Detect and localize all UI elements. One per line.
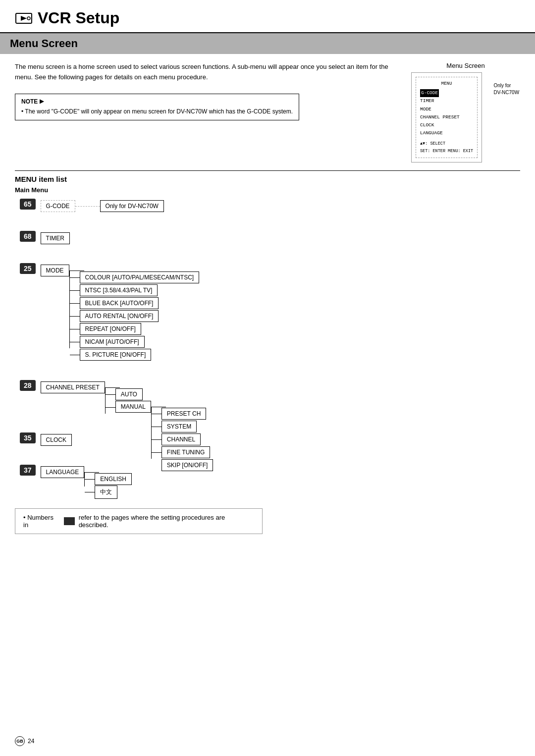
conn-h bbox=[106, 407, 115, 408]
node-timer: TIMER bbox=[41, 232, 70, 244]
page-number: 24 bbox=[28, 738, 34, 745]
menu-screen-label: Menu Screen bbox=[411, 62, 520, 69]
menu-screen-diagram-col: Menu Screen MENU G-CODE TIMER MODE CHANN… bbox=[411, 62, 520, 162]
svg-marker-1 bbox=[21, 16, 27, 21]
gb-circle: GB bbox=[15, 736, 25, 746]
menu-highlighted-item: G-CODE bbox=[420, 89, 439, 97]
conn-h bbox=[70, 342, 80, 342]
conn-h bbox=[152, 427, 161, 427]
tree-container: 65 G-CODE Only for DV-NC70W 68 TIMER bbox=[15, 199, 520, 498]
page-footer: GB 24 bbox=[15, 736, 34, 746]
menu-screen-inner: MENU G-CODE TIMER MODE CHANNEL PRESET CL… bbox=[416, 77, 478, 158]
channel-sub: AUTO MANUAL bbox=[106, 388, 213, 414]
menu-language: LANGUAGE bbox=[420, 129, 473, 137]
node-gcode-sub: Only for DV-NC70W bbox=[100, 200, 164, 212]
manual-sub-items: PRESET CH SYSTEM bbox=[152, 407, 210, 459]
node-preset-ch: PRESET CH bbox=[161, 408, 206, 420]
bottom-note-after: refer to the pages where the setting pro… bbox=[79, 514, 254, 529]
badge-mode: 25 bbox=[20, 263, 36, 274]
menu-screen-diagram: MENU G-CODE TIMER MODE CHANNEL PRESET CL… bbox=[411, 72, 482, 162]
conn-h bbox=[106, 394, 115, 395]
tree-row-language: 37 LANGUAGE ENGLISH bbox=[20, 465, 515, 498]
node-channel-preset: CHANNEL PRESET bbox=[41, 381, 105, 393]
menu-label: MENU bbox=[420, 80, 473, 88]
badge-gcode: 65 bbox=[20, 199, 36, 210]
tree-row-gcode: 65 G-CODE Only for DV-NC70W bbox=[20, 199, 515, 212]
node-nicam: NICAM [AUTO/OFF] bbox=[80, 336, 145, 348]
language-sub: ENGLISH 中文 bbox=[85, 473, 132, 498]
node-chinese: 中文 bbox=[95, 486, 117, 499]
conn-h bbox=[70, 329, 80, 329]
node-clock: CLOCK bbox=[41, 434, 72, 446]
conn-h bbox=[85, 479, 95, 480]
node-english: ENGLISH bbox=[95, 473, 132, 485]
connector-ch-h bbox=[105, 381, 120, 388]
menu-mode: MODE bbox=[420, 106, 473, 113]
section-header: Menu Screen bbox=[0, 33, 535, 54]
connector-gcode bbox=[75, 206, 100, 207]
page-header: VCR Setup bbox=[0, 0, 535, 33]
conn-h bbox=[70, 290, 80, 291]
conn-h bbox=[70, 355, 80, 355]
black-square-icon bbox=[64, 517, 75, 525]
menu-clock: CLOCK bbox=[420, 121, 473, 129]
bottom-note: • Numbers in refer to the pages where th… bbox=[15, 508, 263, 534]
conn-h bbox=[70, 303, 80, 304]
intro-text-col: The menu screen is a home screen used to… bbox=[15, 62, 396, 162]
badge-channel: 28 bbox=[20, 380, 36, 391]
note-text: • The word "G-CODE" will only appear on … bbox=[21, 107, 293, 116]
menu-channel-preset: CHANNEL PRESET bbox=[420, 113, 473, 121]
node-ntsc: NTSC [3.58/4.43/PAL TV] bbox=[80, 284, 158, 296]
conn-h bbox=[152, 414, 161, 414]
connector-lang-h bbox=[84, 466, 99, 473]
page-title: VCR Setup bbox=[38, 9, 119, 27]
menu-set-text: SET: ENTER MENU: EXIT bbox=[420, 148, 473, 155]
tree-row-clock: 35 CLOCK bbox=[20, 432, 515, 446]
intro-paragraph: The menu screen is a home screen used to… bbox=[15, 62, 396, 83]
menu-item-list-title: MENU item list bbox=[15, 170, 520, 183]
node-system: SYSTEM bbox=[161, 421, 197, 432]
note-label: NOTE ▶ bbox=[21, 98, 293, 105]
conn-h bbox=[85, 492, 95, 492]
note-arrow: ▶ bbox=[40, 98, 44, 105]
only-for-label: Only for DV-NC70W bbox=[493, 82, 519, 96]
node-repeat: REPEAT [ON/OFF] bbox=[80, 323, 141, 335]
node-autorental: AUTO RENTAL [ON/OFF] bbox=[80, 310, 159, 322]
connector-mode-h bbox=[69, 265, 84, 271]
badge-timer: 68 bbox=[20, 231, 36, 242]
conn-manual-h bbox=[151, 401, 166, 407]
node-auto: AUTO bbox=[115, 388, 143, 400]
node-language: LANGUAGE bbox=[41, 466, 85, 478]
node-spicture: S. PICTURE [ON/OFF] bbox=[80, 349, 152, 361]
node-fine-tuning: FINE TUNING bbox=[161, 446, 210, 458]
menu-nav-text: ▲▼: SELECT bbox=[420, 140, 473, 147]
section-title: Menu Screen bbox=[10, 37, 78, 50]
conn-h bbox=[70, 277, 80, 278]
main-menu-label: Main Menu bbox=[15, 186, 520, 194]
node-mode: MODE bbox=[41, 265, 69, 276]
node-gcode: G-CODE bbox=[41, 200, 75, 212]
bottom-note-before: • Numbers in bbox=[23, 514, 60, 529]
node-blueback: BLUE BACK [AUTO/OFF] bbox=[80, 297, 159, 309]
tree-row-timer: 68 TIMER bbox=[20, 231, 515, 244]
svg-point-2 bbox=[27, 17, 30, 20]
menu-timer: TIMER bbox=[420, 97, 473, 105]
badge-language: 37 bbox=[20, 465, 36, 476]
note-box: NOTE ▶ • The word "G-CODE" will only app… bbox=[15, 94, 299, 120]
node-colour: COLOUR [AUTO/PAL/MESECAM/NTSC] bbox=[80, 271, 200, 283]
tree-row-channel: 28 CHANNEL PRESET AUTO bbox=[20, 380, 515, 414]
badge-clock: 35 bbox=[20, 432, 36, 443]
conn-h bbox=[152, 452, 161, 453]
vcr-icon bbox=[15, 9, 33, 27]
mode-sub-items: COLOUR [AUTO/PAL/MESECAM/NTSC] NTSC [3.5… bbox=[70, 271, 200, 361]
node-manual: MANUAL bbox=[115, 401, 151, 413]
conn-h bbox=[70, 316, 80, 317]
conn-h bbox=[152, 439, 161, 440]
node-channel: CHANNEL bbox=[161, 433, 201, 445]
tree-row-mode: 25 MODE COLOUR [AUTO/PAL/ME bbox=[20, 263, 515, 361]
node-skip: SKIP [ON/OFF] bbox=[161, 459, 213, 471]
